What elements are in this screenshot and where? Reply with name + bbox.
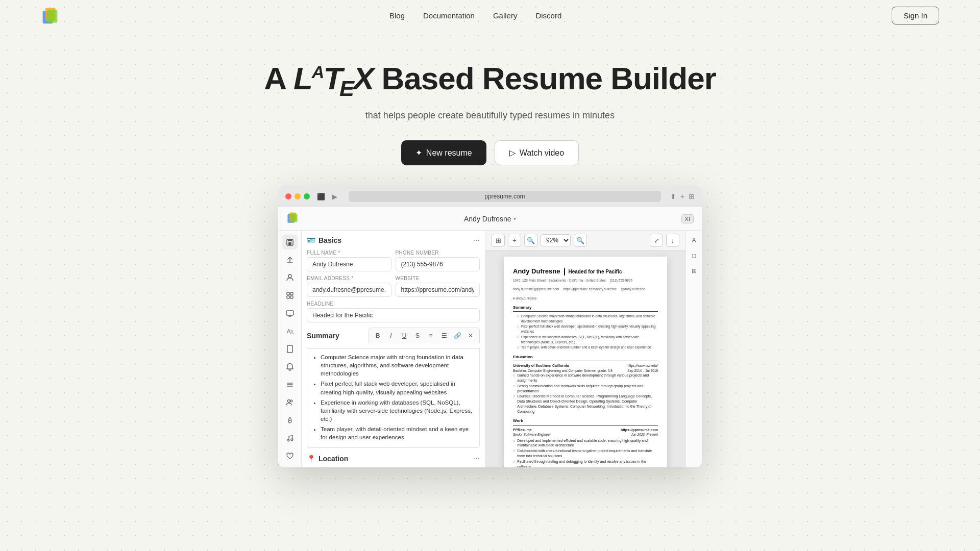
contact-item: @andy.dufresne (621, 287, 645, 291)
italic-button[interactable]: I (385, 330, 397, 341)
edu-bullet: ○Strong communication and teamwork skill… (513, 384, 658, 394)
screenshot-wrapper: ⬛ ▶ ppresume.com ⬆ + ⊞ (0, 186, 980, 467)
website-label: Website (396, 276, 480, 281)
basics-icon: 🪪 (307, 236, 315, 244)
clear-button[interactable]: ✕ (465, 330, 476, 341)
zoom-out-icon[interactable]: 🔍 (524, 234, 537, 247)
svg-point-9 (288, 274, 291, 278)
align-button[interactable]: ≡ (425, 330, 436, 341)
sidebar-item-page[interactable] (282, 342, 298, 357)
url-bar[interactable]: ppresume.com (349, 191, 661, 202)
website-input[interactable] (396, 283, 480, 297)
sidebar-item-music[interactable] (282, 431, 298, 445)
location-more-button[interactable]: ··· (473, 454, 480, 463)
right-panel-font[interactable]: A (689, 235, 700, 246)
logo[interactable] (41, 6, 59, 24)
nav-back[interactable]: ⬛ (315, 193, 327, 201)
sidebar-item-rocket[interactable] (282, 413, 298, 428)
resume-summary-title: Summary (513, 305, 658, 312)
svg-rect-13 (290, 296, 293, 298)
logo-icon (41, 6, 59, 24)
hero-title: A LATEX Based Resume Builder (10, 61, 970, 101)
app-user-name[interactable]: Andy Dufresne ▾ (464, 215, 516, 223)
browser-actions: ⬆ + ⊞ (670, 192, 695, 201)
preview-toolbar: ⊞ + 🔍 92% 🔍 ⤢ ↓ (485, 231, 685, 251)
dot-maximize[interactable] (304, 193, 310, 199)
nav-blog[interactable]: Blog (389, 11, 405, 20)
strikethrough-button[interactable]: S (412, 330, 423, 341)
form-panel: 🪪 Basics ··· Full Name * Phone Number (302, 231, 485, 467)
full-name-input[interactable] (307, 257, 391, 271)
sidebar-item-monitor[interactable] (282, 306, 298, 321)
website-group: Website (396, 276, 480, 297)
list-button[interactable]: ☰ (438, 330, 450, 341)
watch-video-button[interactable]: ▷ Watch video (495, 140, 579, 165)
preview-download-button[interactable]: ↓ (666, 234, 679, 247)
grid-icon[interactable]: ⊞ (689, 192, 695, 201)
new-tab-icon[interactable]: + (680, 192, 684, 201)
preview-tool-1[interactable]: ⊞ (492, 234, 505, 247)
preview-panel: ⊞ + 🔍 92% 🔍 ⤢ ↓ (485, 231, 685, 467)
basics-headline-row: Headline (307, 301, 480, 322)
play-icon: ▷ (509, 148, 516, 158)
svg-rect-14 (286, 311, 293, 315)
phone-input[interactable] (396, 257, 480, 271)
sidebar-item-team[interactable] (282, 395, 298, 410)
editor-toolbar: B I U S ≡ ☰ 🔗 ✕ (369, 328, 480, 343)
dot-close[interactable] (285, 193, 291, 199)
browser-dots (285, 193, 310, 199)
app-body: A文 (278, 231, 702, 467)
sidebar-item-bell[interactable] (282, 360, 298, 374)
email-input[interactable] (307, 283, 391, 297)
right-panel-layers[interactable]: ⊞ (689, 265, 700, 277)
contact-item: 1045, 123 Main Street · Sacramento · Cal… (513, 278, 606, 283)
basics-label: Basics (318, 236, 341, 244)
summary-bullet-item: Computer Science major with strong found… (321, 353, 474, 378)
dot-minimize[interactable] (295, 193, 301, 199)
preview-toolbar-right: ⤢ ↓ (650, 234, 679, 247)
location-title: 📍 Location (307, 455, 348, 463)
nav-forward[interactable]: ▶ (330, 193, 339, 201)
summary-bullet-item: Team player, with detail-oriented mindse… (321, 425, 474, 441)
zoom-select[interactable]: 92% (541, 234, 571, 246)
location-header: 📍 Location ··· (307, 454, 480, 463)
preview-toolbar-left: ⊞ + 🔍 92% 🔍 (492, 234, 587, 247)
sidebar-item-share[interactable] (282, 253, 298, 267)
email-label: Email Address * (307, 276, 391, 281)
preview-tool-zoom-in[interactable]: + (508, 234, 521, 247)
nav-links: Blog Documentation Gallery Discord (389, 11, 561, 20)
resume-work-entry: PPResume https://ppresume.com Senior Sof… (513, 428, 658, 467)
link-button[interactable]: 🔗 (452, 330, 463, 341)
summary-editor[interactable]: Computer Science major with strong found… (307, 348, 480, 448)
sparkle-icon: ✦ (415, 148, 422, 158)
svg-point-22 (290, 400, 292, 402)
app-logo (286, 211, 299, 226)
nav-documentation[interactable]: Documentation (423, 11, 475, 20)
bold-button[interactable]: B (372, 330, 383, 341)
nav-discord[interactable]: Discord (535, 11, 561, 20)
hero-subtitle: that helps people create beautifully typ… (10, 110, 970, 121)
svg-point-25 (291, 439, 293, 441)
resume-name-line: Andy Dufresne Headed for the Pacific (513, 267, 658, 276)
sidebar-item-profile[interactable] (282, 270, 298, 285)
chevron-down-icon: ▾ (513, 216, 516, 221)
basics-section-header: 🪪 Basics ··· (307, 236, 480, 245)
headline-input[interactable] (307, 308, 480, 322)
resume-work-title: Work (513, 418, 658, 425)
sidebar-item-view[interactable] (282, 288, 298, 303)
basics-more-button[interactable]: ··· (473, 236, 480, 245)
share-icon[interactable]: ⬆ (670, 192, 676, 201)
nav-gallery[interactable]: Gallery (493, 11, 518, 20)
preview-tool-zoom-search[interactable]: 🔍 (574, 234, 587, 247)
sign-in-button[interactable]: Sign In (892, 7, 939, 24)
underline-button[interactable]: U (399, 330, 410, 341)
sidebar-item-save[interactable] (282, 235, 298, 249)
sidebar-item-list[interactable] (282, 378, 298, 392)
preview-expand-button[interactable]: ⤢ (650, 234, 663, 247)
location-label: Location (318, 455, 348, 463)
sidebar-item-heart[interactable] (282, 448, 298, 463)
right-panel-copy[interactable]: □ (689, 250, 700, 261)
sidebar-item-translate[interactable]: A文 (282, 324, 298, 339)
contact-item: (213) 555-9876 (610, 278, 632, 283)
new-resume-button[interactable]: ✦ New resume (401, 140, 486, 165)
